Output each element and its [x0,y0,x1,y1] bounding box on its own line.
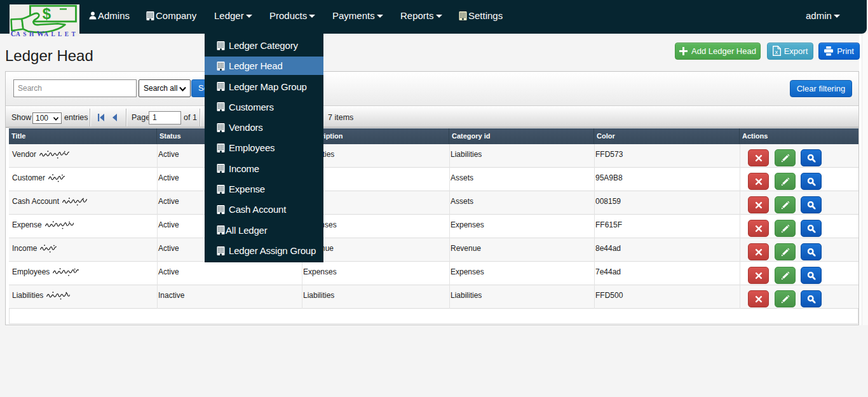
svg-text:$: $ [43,5,51,22]
svg-text:x: x [775,48,778,55]
svg-text:CASHWALLET: CASHWALLET [11,30,78,37]
